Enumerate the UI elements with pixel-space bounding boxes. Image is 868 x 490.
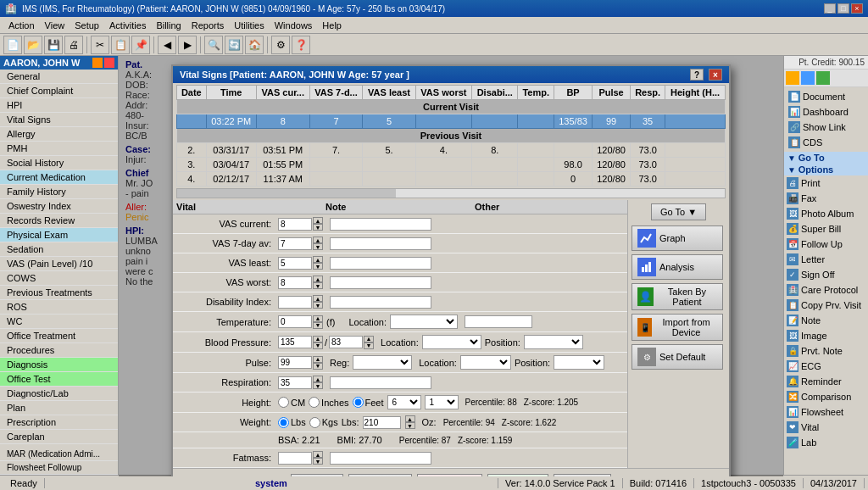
bp-location-select[interactable] bbox=[422, 335, 481, 349]
print-button[interactable]: 🖨 Print bbox=[784, 175, 868, 191]
pulse-down[interactable]: ▼ bbox=[313, 363, 323, 370]
disability-up[interactable]: ▲ bbox=[313, 295, 323, 302]
nav-vas[interactable]: VAS (Pain Level) /10 bbox=[0, 257, 118, 271]
taken-by-patient-button[interactable]: 👤 Taken By Patient bbox=[632, 283, 723, 310]
fax-button[interactable]: 📠 Fax bbox=[784, 191, 868, 206]
weight-kgs-label[interactable]: Kgs bbox=[309, 417, 338, 428]
dashboard-button[interactable]: 📊 Dashboard bbox=[786, 104, 866, 120]
temp-down[interactable]: ▼ bbox=[313, 322, 323, 329]
nav-hpi[interactable]: HPI bbox=[0, 98, 118, 113]
nav-careplan[interactable]: Careplan bbox=[0, 430, 118, 444]
vas-worst-input[interactable] bbox=[278, 276, 312, 289]
vas-7day-input[interactable] bbox=[278, 237, 312, 250]
minimize-button[interactable]: _ bbox=[824, 3, 836, 14]
nav-diagnostic-lab[interactable]: Diagnostic/Lab bbox=[0, 387, 118, 401]
nav-plan[interactable]: Plan bbox=[0, 401, 118, 415]
temperature-input[interactable] bbox=[278, 315, 312, 328]
add-button[interactable]: ✦ Add bbox=[291, 474, 343, 476]
table-row[interactable]: 2. 03/31/17 03:51 PM 7. 5. 4. 8. 120 bbox=[177, 143, 726, 158]
fatmass-down[interactable]: ▼ bbox=[313, 458, 323, 465]
save-button[interactable]: 💾 Save bbox=[487, 474, 548, 476]
weight-lbs-label[interactable]: Lbs bbox=[278, 417, 306, 428]
tb-copy[interactable]: 📋 bbox=[111, 36, 130, 54]
reg-select[interactable] bbox=[353, 355, 412, 370]
nav-general[interactable]: General bbox=[0, 70, 118, 84]
vas-least-input[interactable] bbox=[278, 257, 312, 270]
location-select[interactable] bbox=[390, 315, 458, 329]
nav-prev-treatments[interactable]: Previous Treatments bbox=[0, 286, 118, 300]
tb-extra2[interactable]: ❓ bbox=[292, 36, 310, 54]
menu-view[interactable]: View bbox=[40, 19, 70, 32]
menu-reports[interactable]: Reports bbox=[186, 19, 230, 32]
done-button[interactable]: ✓ Done bbox=[554, 474, 611, 476]
sign-off-button[interactable]: ✓ Sign Off bbox=[784, 267, 868, 282]
weight-up[interactable]: ▲ bbox=[405, 415, 415, 422]
respiration-input[interactable] bbox=[278, 376, 312, 389]
show-link-button[interactable]: 🔗 Show Link bbox=[786, 120, 866, 135]
vas-least-down[interactable]: ▼ bbox=[313, 263, 323, 270]
menu-setup[interactable]: Setup bbox=[70, 19, 104, 32]
fatmass-up[interactable]: ▲ bbox=[313, 451, 323, 458]
options-header[interactable]: ▼ Options bbox=[784, 164, 868, 175]
weight-down[interactable]: ▼ bbox=[405, 422, 415, 429]
vas-worst-up[interactable]: ▲ bbox=[313, 276, 323, 282]
tb-search[interactable]: 🔍 bbox=[204, 36, 223, 54]
menu-billing[interactable]: Billing bbox=[151, 19, 186, 32]
disability-down[interactable]: ▼ bbox=[313, 302, 323, 309]
modal-close-button[interactable]: × bbox=[709, 69, 722, 81]
nav-allergy[interactable]: Allergy bbox=[0, 127, 118, 142]
bp-dia-up[interactable]: ▲ bbox=[364, 336, 374, 342]
bp-sys-down[interactable]: ▼ bbox=[313, 342, 323, 349]
resp-note[interactable] bbox=[330, 376, 431, 389]
disability-input[interactable] bbox=[278, 296, 312, 309]
nav-flowsheet[interactable]: Flowsheet Followup bbox=[0, 461, 118, 475]
vas-worst-down[interactable]: ▼ bbox=[313, 282, 323, 289]
nav-oswestry[interactable]: Oswestry Index bbox=[0, 199, 118, 214]
flowsheet-button[interactable]: 📊 Flowsheet bbox=[784, 404, 868, 420]
set-default-button[interactable]: ⚙ Set Default bbox=[632, 344, 723, 370]
vas-current-down[interactable]: ▼ bbox=[313, 224, 323, 231]
bp-position-select[interactable] bbox=[524, 335, 583, 349]
menu-action[interactable]: Action bbox=[3, 19, 40, 32]
tb-paste[interactable]: 📌 bbox=[131, 36, 150, 54]
menu-utilities[interactable]: Utilities bbox=[229, 19, 269, 32]
nav-diagnosis[interactable]: Diagnosis bbox=[0, 358, 118, 372]
lab-button[interactable]: 🧪 Lab bbox=[784, 435, 868, 450]
nav-chief-complaint[interactable]: Chief Complaint bbox=[0, 84, 118, 98]
comparison-button[interactable]: 🔀 Comparison bbox=[784, 389, 868, 404]
weight-input[interactable] bbox=[363, 416, 401, 429]
image-button[interactable]: 🖼 Image bbox=[784, 328, 868, 343]
nav-office-test[interactable]: Office Test bbox=[0, 372, 118, 387]
tb-refresh[interactable]: 🔄 bbox=[225, 36, 243, 54]
temp-up[interactable]: ▲ bbox=[313, 315, 323, 322]
tb-cut[interactable]: ✂ bbox=[91, 36, 109, 54]
resp-up[interactable]: ▲ bbox=[313, 376, 323, 382]
height-cm-radio[interactable] bbox=[278, 397, 289, 408]
photo-album-button[interactable]: 🖼 Photo Album bbox=[784, 206, 868, 221]
tb-extra1[interactable]: ⚙ bbox=[271, 36, 290, 54]
prvt-note-button[interactable]: 🔒 Prvt. Note bbox=[784, 343, 868, 359]
nav-office-treatment[interactable]: Office Treatment bbox=[0, 329, 118, 343]
vas-least-up[interactable]: ▲ bbox=[313, 256, 323, 263]
goto-button[interactable]: Go To ▼ bbox=[651, 203, 706, 220]
fatmass-note[interactable] bbox=[330, 452, 431, 465]
tb-print[interactable]: 🖨 bbox=[64, 36, 83, 54]
tb-home[interactable]: 🏠 bbox=[245, 36, 264, 54]
table-row[interactable]: 4. 02/12/17 11:37 AM 0 120/80 73.0 bbox=[177, 172, 726, 187]
bp-dia-down[interactable]: ▼ bbox=[364, 342, 374, 349]
nav-procedures[interactable]: Procedures bbox=[0, 343, 118, 358]
resp-down[interactable]: ▼ bbox=[313, 382, 323, 389]
height-inches-radio[interactable] bbox=[309, 397, 320, 408]
tb-new[interactable]: 📄 bbox=[3, 36, 22, 54]
pulse-position-select[interactable] bbox=[554, 355, 604, 370]
nav-physical-exam[interactable]: Physical Exam bbox=[0, 228, 118, 242]
letter-button[interactable]: ✉ Letter bbox=[784, 252, 868, 267]
vas-least-note[interactable] bbox=[330, 257, 431, 270]
nav-family-history[interactable]: Family History bbox=[0, 185, 118, 199]
nav-pmh[interactable]: PMH bbox=[0, 142, 118, 156]
note-button[interactable]: 📝 Note bbox=[784, 313, 868, 328]
modal-help-button[interactable]: ? bbox=[690, 69, 704, 81]
menu-windows[interactable]: Windows bbox=[270, 19, 318, 32]
vas-7day-note[interactable] bbox=[330, 237, 431, 250]
delete-button[interactable]: 🗑 Delete bbox=[348, 474, 413, 476]
